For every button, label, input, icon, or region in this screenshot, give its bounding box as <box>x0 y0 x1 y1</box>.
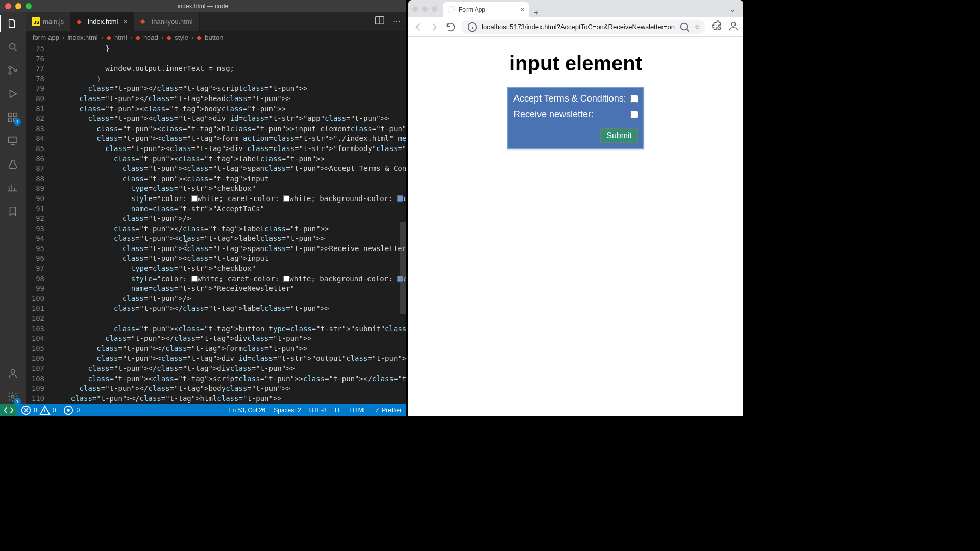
settings-gear-icon[interactable]: 1 <box>6 390 20 404</box>
split-editor-icon[interactable] <box>374 15 385 28</box>
breadcrumb-item[interactable]: form-app <box>33 34 59 41</box>
line-number-gutter: 75 76 77 78 79 80 81 82 83 84 85 86 87 8… <box>26 44 54 404</box>
breadcrumb-item[interactable]: style <box>175 34 188 41</box>
reload-button[interactable] <box>445 21 456 33</box>
titlebar: index.html — code <box>0 0 406 12</box>
favicon-icon <box>448 6 455 13</box>
newsletter-row[interactable]: Receive newsletter: <box>513 109 638 120</box>
problems-status[interactable]: 0 0 <box>20 405 56 416</box>
more-actions-icon[interactable]: ⋯ <box>393 17 401 27</box>
tab-thankyou-html[interactable]: ◆ thankyou.html <box>134 12 200 31</box>
back-button[interactable] <box>412 21 424 33</box>
browser-toolbar: localhost:5173/index.html?AcceptToC=on&R… <box>408 17 743 37</box>
svg-rect-4 <box>9 113 12 116</box>
chevron-right-icon: › <box>161 34 163 41</box>
svg-point-0 <box>10 44 15 49</box>
extensions-icon[interactable]: 1 <box>6 110 20 124</box>
svg-point-9 <box>11 370 14 373</box>
chevron-right-icon: › <box>101 34 103 41</box>
eol-status[interactable]: LF <box>335 407 342 414</box>
submit-button[interactable]: Submit <box>600 128 638 143</box>
traffic-lights-inactive <box>412 6 437 12</box>
new-tab-button[interactable]: + <box>529 8 544 17</box>
svg-point-17 <box>731 22 735 26</box>
forward-button[interactable] <box>429 21 440 33</box>
url-text: localhost:5173/index.html?AcceptToC=on&R… <box>482 23 675 31</box>
zoom-icon[interactable] <box>679 21 690 33</box>
breadcrumb-item[interactable]: button <box>205 34 223 41</box>
svg-point-1 <box>9 66 11 69</box>
warning-count: 0 <box>53 407 56 414</box>
search-icon[interactable] <box>6 40 20 54</box>
close-window-icon[interactable] <box>5 3 11 9</box>
tab-label: main.js <box>43 18 64 26</box>
run-debug-icon[interactable] <box>6 87 20 101</box>
remote-indicator-icon[interactable] <box>0 404 17 416</box>
accept-terms-checkbox[interactable] <box>630 95 638 103</box>
editor-column: JS main.js ◆ index.html × ◆ thankyou.htm… <box>26 12 406 404</box>
tabs-dropdown-icon[interactable]: ⌄ <box>726 4 739 14</box>
text-cursor-icon: ⌶ <box>184 239 189 249</box>
breadcrumb-item[interactable]: head <box>143 34 158 41</box>
error-count: 0 <box>34 407 37 414</box>
explorer-icon[interactable] <box>6 16 20 31</box>
close-window-icon[interactable] <box>412 6 418 12</box>
svg-point-16 <box>681 23 688 30</box>
vertical-scrollbar[interactable] <box>400 222 406 314</box>
vscode-body: 1 1 <box>0 12 406 404</box>
settings-badge: 1 <box>14 398 21 405</box>
svg-rect-8 <box>9 137 17 143</box>
indentation-status[interactable]: Spaces: 2 <box>274 407 301 414</box>
tab-title: Form App <box>459 6 485 13</box>
address-bar[interactable]: localhost:5173/index.html?AcceptToC=on&R… <box>461 20 705 34</box>
maximize-window-icon[interactable] <box>26 3 32 9</box>
newsletter-label: Receive newsletter: <box>513 109 594 120</box>
vscode-window: index.html — code 1 <box>0 0 406 416</box>
encoding-status[interactable]: UTF-8 <box>309 407 327 414</box>
chevron-right-icon: › <box>62 34 64 41</box>
cursor-position[interactable]: Ln 53, Col 26 <box>229 407 265 414</box>
bookmark-star-icon[interactable]: ☆ <box>694 23 700 31</box>
browser-tabstrip: Form App × + ⌄ <box>408 0 743 17</box>
graph-icon[interactable] <box>6 181 20 195</box>
extensions-puzzle-icon[interactable] <box>710 20 722 34</box>
formatter-status[interactable]: ✓ Prettier <box>375 407 402 414</box>
breadcrumb-item[interactable]: html <box>114 34 127 41</box>
minimize-window-icon[interactable] <box>422 6 428 12</box>
browser-tab[interactable]: Form App × <box>443 2 529 17</box>
accept-terms-label: Accept Terms & Conditions: <box>513 93 626 104</box>
svg-point-14 <box>68 409 70 411</box>
bookmarks-icon[interactable] <box>6 204 20 218</box>
ports-status[interactable]: 0 <box>63 405 80 416</box>
window-title: index.html — code <box>0 3 406 10</box>
newsletter-checkbox[interactable] <box>630 111 638 118</box>
tab-index-html[interactable]: ◆ index.html × <box>70 12 134 31</box>
submit-row: Submit <box>513 128 638 143</box>
maximize-window-icon[interactable] <box>432 6 437 12</box>
js-file-icon: JS <box>32 17 40 26</box>
testing-icon[interactable] <box>6 157 20 171</box>
accept-terms-row[interactable]: Accept Terms & Conditions: <box>513 93 638 104</box>
tab-label: index.html <box>88 18 118 26</box>
tab-main-js[interactable]: JS main.js <box>26 12 70 31</box>
profile-avatar-icon[interactable] <box>728 20 739 34</box>
minimize-window-icon[interactable] <box>15 3 21 9</box>
breadcrumbs[interactable]: form-app › index.html › ◆ html › ◆ head … <box>26 31 406 44</box>
code-content[interactable]: } window.output.innerText = msg; } class… <box>54 44 406 404</box>
chevron-right-icon: › <box>191 34 193 41</box>
site-info-icon[interactable] <box>467 21 478 33</box>
remote-explorer-icon[interactable] <box>6 134 20 148</box>
close-tab-icon[interactable]: × <box>521 6 524 13</box>
html-icon: ◆ <box>135 34 140 41</box>
language-mode[interactable]: HTML <box>350 407 367 414</box>
source-control-icon[interactable] <box>6 63 20 78</box>
port-count: 0 <box>76 407 80 414</box>
page-heading: input element <box>509 52 642 75</box>
account-icon[interactable] <box>6 366 20 381</box>
close-tab-icon[interactable]: × <box>123 18 127 26</box>
svg-point-10 <box>11 395 14 398</box>
html-file-icon: ◆ <box>77 18 85 26</box>
code-editor[interactable]: 75 76 77 78 79 80 81 82 83 84 85 86 87 8… <box>26 44 406 404</box>
breadcrumb-item[interactable]: index.html <box>67 34 97 41</box>
page-content: input element Accept Terms & Conditions:… <box>408 37 743 416</box>
